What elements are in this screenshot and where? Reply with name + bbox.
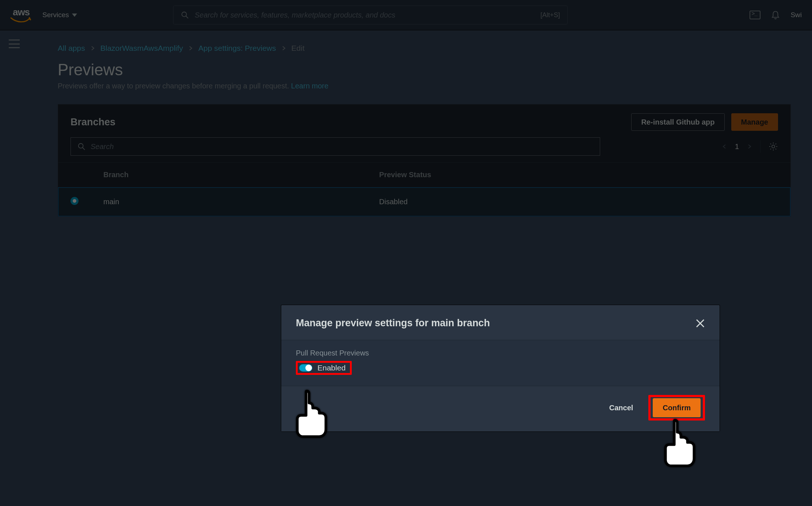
caret-down-icon: [72, 14, 77, 17]
page-number: 1: [735, 142, 739, 151]
chevron-right-icon: [188, 46, 193, 51]
crumb-settings[interactable]: App settings: Previews: [198, 44, 276, 53]
search-icon: [181, 11, 189, 19]
manage-button[interactable]: Manage: [731, 113, 778, 131]
col-branch[interactable]: Branch: [91, 163, 367, 187]
crumb-all-apps[interactable]: All apps: [58, 44, 85, 53]
crumb-current: Edit: [291, 44, 305, 53]
cloudshell-icon[interactable]: [750, 11, 760, 19]
reinstall-github-button[interactable]: Re-install Github app: [631, 113, 724, 131]
cell-status: Disabled: [367, 187, 790, 217]
page-prev[interactable]: [722, 144, 727, 149]
page-next[interactable]: [747, 144, 752, 149]
aws-smile-icon: [10, 17, 32, 23]
top-nav: aws Services [Alt+S] Swi: [0, 0, 812, 30]
search-icon: [77, 142, 85, 151]
close-icon[interactable]: [695, 319, 705, 328]
table-row[interactable]: main Disabled: [58, 187, 790, 217]
svg-line-1: [186, 16, 188, 18]
learn-more-link[interactable]: Learn more: [291, 82, 328, 90]
manage-preview-modal: Manage preview settings for main branch …: [281, 305, 720, 431]
search-shortcut: [Alt+S]: [541, 11, 560, 19]
cancel-button[interactable]: Cancel: [600, 399, 643, 416]
account-menu[interactable]: Swi: [790, 11, 802, 19]
global-search[interactable]: [Alt+S]: [173, 5, 568, 24]
breadcrumb: All apps BlazorWasmAwsAmplify App settin…: [58, 44, 791, 53]
col-select: [58, 163, 91, 187]
confirm-highlight: Confirm: [648, 395, 705, 421]
svg-line-3: [83, 148, 85, 150]
confirm-button[interactable]: Confirm: [653, 398, 701, 417]
global-search-input[interactable]: [194, 11, 535, 20]
modal-title: Manage preview settings for main branch: [296, 317, 490, 329]
services-dropdown[interactable]: Services: [42, 11, 77, 19]
svg-point-2: [79, 144, 83, 148]
page-title: Previews: [58, 61, 791, 79]
notifications-icon[interactable]: [771, 10, 780, 20]
col-status[interactable]: Preview Status: [367, 163, 790, 187]
gear-icon[interactable]: [769, 142, 778, 151]
chevron-right-icon: [90, 46, 95, 51]
pr-previews-toggle[interactable]: [299, 364, 312, 372]
pr-previews-label: Pull Request Previews: [296, 349, 705, 357]
divider: [760, 140, 760, 153]
panel-title: Branches: [70, 117, 115, 128]
row-radio[interactable]: [70, 197, 79, 205]
svg-point-4: [772, 145, 775, 148]
subtitle-text: Previews offer a way to preview changes …: [58, 82, 291, 90]
toggle-state-label: Enabled: [317, 364, 346, 372]
svg-point-0: [182, 12, 187, 17]
cell-branch: main: [91, 187, 367, 217]
branches-search[interactable]: [70, 137, 600, 156]
branches-table: Branch Preview Status main Disabled: [58, 162, 790, 216]
enabled-highlight: Enabled: [296, 361, 352, 375]
aws-logo[interactable]: aws: [10, 7, 32, 23]
branches-search-input[interactable]: [90, 142, 593, 151]
crumb-app[interactable]: BlazorWasmAwsAmplify: [100, 44, 183, 53]
services-label: Services: [42, 11, 69, 19]
page-subtitle: Previews offer a way to preview changes …: [58, 82, 791, 90]
pager: 1: [722, 140, 778, 153]
chevron-right-icon: [281, 46, 286, 51]
aws-logo-text: aws: [13, 7, 30, 17]
branches-panel: Branches Re-install Github app Manage 1: [58, 104, 791, 217]
side-nav-toggle[interactable]: [9, 39, 20, 48]
